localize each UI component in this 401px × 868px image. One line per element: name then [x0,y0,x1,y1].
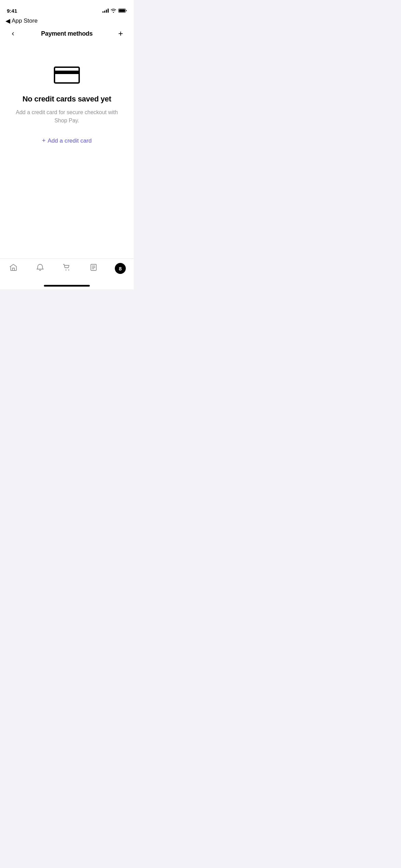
main-content: No credit cards saved yet Add a credit c… [0,44,134,289]
orders-icon [89,263,98,272]
home-indicator [44,285,90,287]
tab-notifications[interactable] [27,263,53,272]
home-icon [9,263,18,272]
nav-back-button[interactable]: ‹ [7,27,19,40]
status-icons [102,9,127,13]
cart-icon [62,263,71,272]
tab-orders[interactable] [80,263,107,272]
add-card-plus-icon: + [42,137,46,144]
tab-cart[interactable] [53,263,80,272]
add-credit-card-button[interactable]: + Add a credit card [42,137,92,144]
svg-rect-3 [54,71,79,74]
credit-card-icon [53,64,81,85]
empty-state-subtitle: Add a credit card for secure checkout wi… [15,108,118,125]
back-to-appstore-link[interactable]: ◀ App Store [5,17,38,25]
svg-point-5 [68,269,69,270]
profile-badge: 8 [115,263,126,274]
svg-rect-2 [54,67,79,83]
nav-bar: ‹ Payment methods + [0,25,134,44]
battery-icon [118,9,127,13]
back-nav: ◀ App Store [0,16,134,25]
bell-icon [36,263,45,272]
signal-icon [102,9,109,13]
status-time: 9:41 [7,8,17,14]
add-card-label: Add a credit card [48,137,92,144]
tab-profile[interactable]: 8 [107,263,134,274]
nav-add-button[interactable]: + [114,27,127,40]
svg-point-4 [65,269,66,270]
page-wrapper: 9:41 [0,0,134,289]
back-chevron-icon: ◀ [5,17,10,25]
wifi-icon [111,9,116,13]
status-bar: 9:41 [0,0,134,16]
back-label: App Store [12,17,38,24]
empty-state-title: No credit cards saved yet [22,95,111,104]
tab-home[interactable] [0,263,27,272]
profile-badge-count: 8 [119,266,122,272]
page-title: Payment methods [41,30,93,37]
svg-rect-1 [119,9,125,12]
